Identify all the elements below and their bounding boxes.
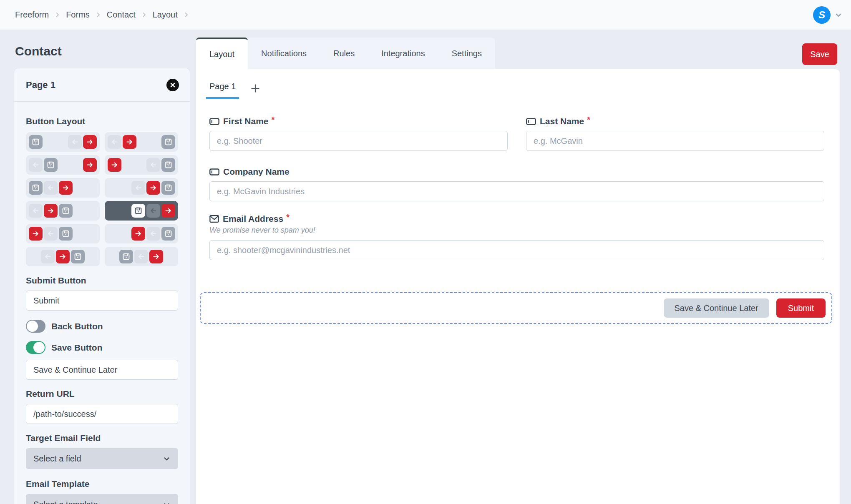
back-arrow-icon <box>146 204 160 218</box>
form-layout-area: First Name * Last Name * <box>209 116 824 324</box>
field-company-name[interactable]: Company Name <box>209 167 824 201</box>
tab-settings[interactable]: Settings <box>438 38 495 69</box>
tab-integrations[interactable]: Integrations <box>368 38 438 69</box>
button-layout-option[interactable] <box>105 224 179 243</box>
button-group-left <box>108 135 136 149</box>
button-layout-grid <box>26 132 178 266</box>
button-layout-option[interactable] <box>26 201 100 221</box>
save-continue-later-button[interactable]: Save & Continue Later <box>664 298 769 318</box>
page-tab-1[interactable]: Page 1 <box>206 78 239 99</box>
button-layout-option[interactable] <box>26 178 100 198</box>
breadcrumb-item-contact[interactable]: Contact <box>107 10 136 20</box>
button-group-right <box>131 227 175 241</box>
text-field-icon <box>526 118 536 125</box>
button-layout-option[interactable] <box>105 178 179 198</box>
breadcrumb-item-freeform[interactable]: Freeform <box>15 10 49 20</box>
panel-body: Button Layout Submit Button Back Button … <box>14 102 190 504</box>
chevron-down-icon[interactable] <box>834 11 843 19</box>
button-layout-option[interactable] <box>26 155 100 175</box>
field-label: Company Name <box>223 167 290 177</box>
button-group-right <box>83 158 97 172</box>
close-icon[interactable] <box>166 79 179 91</box>
chevron-right-icon <box>54 12 60 18</box>
return-url-input[interactable] <box>26 404 178 424</box>
save-button-toggle[interactable] <box>26 341 45 354</box>
field-first-name[interactable]: First Name * <box>209 116 508 151</box>
back-arrow-icon <box>131 181 145 195</box>
button-layout-option[interactable] <box>26 247 100 266</box>
required-marker: * <box>587 115 590 125</box>
button-layout-option[interactable] <box>105 155 179 175</box>
field-email-address[interactable]: Email Address * We promise never to spam… <box>209 214 824 260</box>
next-arrow-icon <box>146 181 160 195</box>
email-template-select[interactable]: Select a template <box>26 494 178 504</box>
submit-button-text-input[interactable] <box>26 291 178 311</box>
field-label: First Name <box>223 116 269 126</box>
next-arrow-icon <box>123 135 136 149</box>
save-floppy-icon <box>59 204 73 218</box>
button-layout-option-selected[interactable] <box>105 201 179 221</box>
submit-button[interactable]: Submit <box>776 298 826 318</box>
last-name-input[interactable] <box>526 131 824 151</box>
text-field-icon <box>209 118 219 125</box>
chevron-right-icon <box>141 12 147 18</box>
tab-layout[interactable]: Layout <box>196 38 248 69</box>
button-group-right <box>146 158 175 172</box>
breadcrumb-item-forms[interactable]: Forms <box>66 10 90 20</box>
return-url-label: Return URL <box>26 389 178 399</box>
tab-notifications[interactable]: Notifications <box>248 38 320 69</box>
target-email-field-select[interactable]: Select a field <box>26 448 178 469</box>
tab-rules[interactable]: Rules <box>320 38 368 69</box>
save-floppy-icon <box>119 250 133 263</box>
back-arrow-icon <box>29 204 43 218</box>
toggle-knob <box>33 342 45 353</box>
account-menu[interactable]: S <box>813 6 843 24</box>
save-floppy-icon <box>44 158 58 172</box>
button-group-center <box>119 250 163 263</box>
page-tabs: Page 1 <box>209 78 840 99</box>
save-floppy-icon <box>71 250 85 263</box>
button-layout-option[interactable] <box>105 132 179 152</box>
chevron-right-icon <box>183 12 189 18</box>
breadcrumb-item-layout[interactable]: Layout <box>153 10 178 20</box>
page-title: Contact <box>15 44 62 58</box>
save-floppy-icon <box>29 181 43 195</box>
back-arrow-icon <box>41 250 55 263</box>
button-layout-option[interactable] <box>26 224 100 243</box>
back-arrow-icon <box>108 135 121 149</box>
submit-button-row[interactable]: Save & Continue Later Submit <box>200 292 832 324</box>
toggle-knob <box>27 321 38 332</box>
email-address-input[interactable] <box>209 240 824 260</box>
required-marker: * <box>272 115 275 125</box>
first-name-input[interactable] <box>209 131 508 151</box>
company-name-input[interactable] <box>209 181 824 201</box>
button-layout-option[interactable] <box>105 247 179 266</box>
panel-title: Page 1 <box>26 80 55 90</box>
save-button-text-input[interactable] <box>26 360 178 380</box>
button-group-right <box>161 135 175 149</box>
button-group-center <box>41 250 85 263</box>
back-arrow-icon <box>134 250 148 263</box>
next-arrow-icon <box>44 204 58 218</box>
next-arrow-icon <box>59 181 73 195</box>
next-arrow-icon <box>131 227 145 241</box>
button-group-left <box>29 181 73 195</box>
back-arrow-icon <box>146 227 160 241</box>
button-group-left <box>108 158 121 172</box>
button-layout-option[interactable] <box>26 132 100 152</box>
button-group-right <box>131 204 175 218</box>
plus-icon[interactable] <box>250 83 261 99</box>
required-marker: * <box>286 213 290 222</box>
save-floppy-icon <box>131 204 145 218</box>
form-tabs: Layout Notifications Rules Integrations … <box>196 38 495 69</box>
chevron-right-icon <box>95 12 101 18</box>
next-arrow-icon <box>149 250 163 263</box>
avatar[interactable]: S <box>813 6 831 24</box>
chevron-down-icon <box>163 501 171 504</box>
field-last-name[interactable]: Last Name * <box>526 116 824 151</box>
back-button-toggle[interactable] <box>26 320 45 333</box>
save-button[interactable]: Save <box>802 43 837 65</box>
top-bar: Freeform Forms Contact Layout S <box>0 0 851 30</box>
button-layout-label: Button Layout <box>26 116 178 126</box>
button-group-left <box>29 227 73 241</box>
